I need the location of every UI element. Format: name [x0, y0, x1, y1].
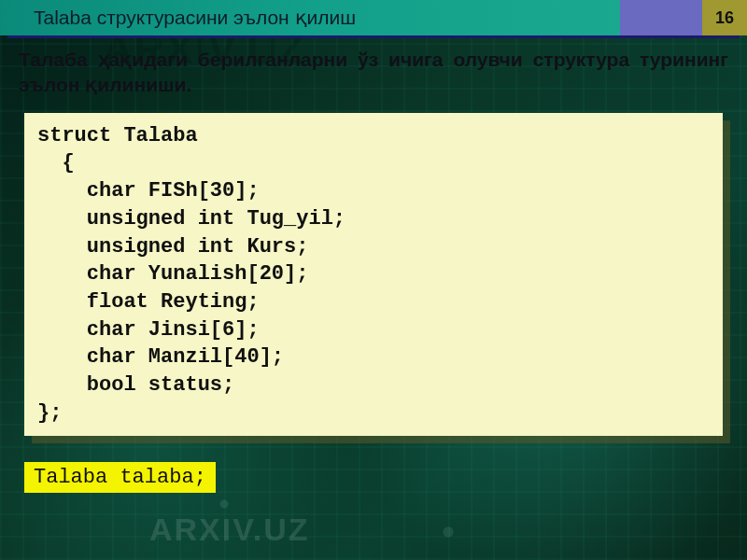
declaration-container: Talaba talaba;	[24, 462, 216, 493]
code-block-container: struct Talaba { char FISh[30]; unsigned …	[24, 113, 723, 437]
slide-title: Talaba структурасини эълон қилиш	[0, 0, 620, 35]
declaration-line: Talaba talaba;	[24, 462, 216, 493]
slide-subtitle: Талаба ҳақидаги берилганларни ўз ичига о…	[0, 38, 747, 109]
code-block: struct Talaba { char FISh[30]; unsigned …	[24, 113, 723, 437]
page-number: 16	[702, 0, 747, 35]
slide-header: Talaba структурасини эълон қилиш 16	[0, 0, 747, 35]
header-accent	[620, 0, 702, 35]
